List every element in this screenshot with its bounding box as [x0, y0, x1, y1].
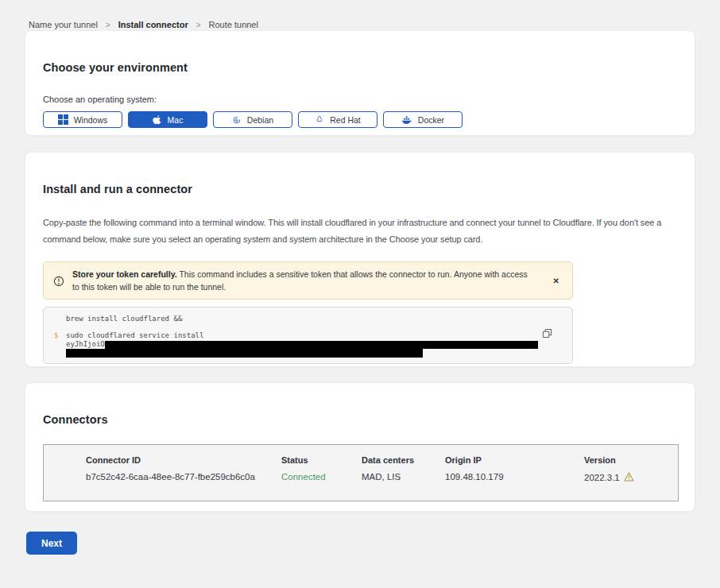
os-select-label: Choose an operating system:: [43, 95, 677, 104]
os-button-redhat[interactable]: Red Hat: [298, 111, 377, 128]
install-command-code-block: brew install cloudflared && $ sudo cloud…: [43, 307, 573, 364]
connectors-card-title: Connectors: [43, 413, 677, 426]
code-line-token: eyJhIjoiO: [66, 340, 538, 349]
token-warning-title: Store your token carefully.: [72, 269, 177, 279]
windows-icon: [58, 114, 68, 125]
redacted-token-bar: [66, 349, 423, 358]
code-line-brew: brew install cloudflared &&: [66, 315, 561, 323]
install-card-title: Install and run a connector: [43, 183, 677, 195]
breadcrumb-separator: >: [106, 21, 110, 29]
copy-icon: [542, 329, 552, 341]
breadcrumb-install-connector[interactable]: Install connector: [118, 20, 188, 29]
breadcrumb-separator: >: [196, 21, 201, 29]
next-button[interactable]: Next: [26, 532, 77, 555]
environment-card-title: Choose your environment: [43, 61, 677, 74]
column-header-origin-ip: Origin IP: [445, 455, 584, 465]
column-header-connector-id: Connector ID: [86, 455, 281, 465]
os-button-label: Docker: [418, 115, 444, 125]
info-circle-icon: [53, 276, 64, 287]
os-button-docker[interactable]: Docker: [383, 111, 463, 128]
install-connector-card: Install and run a connector Copy-paste t…: [25, 152, 695, 367]
breadcrumb: Name your tunnel > Install connector > R…: [0, 0, 720, 30]
redacted-token-bar: [105, 341, 538, 349]
os-button-label: Debian: [247, 115, 273, 125]
code-command-row: $ sudo cloudflared service install eyJhI…: [54, 331, 561, 358]
os-button-windows[interactable]: Windows: [43, 111, 122, 128]
install-card-description: Copy-paste the following command into a …: [43, 215, 679, 248]
redhat-tux-icon: [315, 114, 324, 125]
environment-card: Choose your environment Choose an operat…: [25, 30, 695, 136]
connector-version-value: 2022.3.1: [584, 472, 678, 483]
shell-prompt: $: [54, 331, 59, 358]
copy-command-button[interactable]: [540, 327, 554, 342]
os-button-label: Windows: [74, 115, 108, 125]
token-warning-alert: Store your token carefully. This command…: [43, 261, 573, 300]
breadcrumb-name-your-tunnel[interactable]: Name your tunnel: [29, 20, 98, 29]
connectors-table: Connector ID Status Data centers Origin …: [43, 444, 679, 501]
alert-close-button[interactable]: ✕: [548, 277, 564, 285]
token-prefix: eyJhIjoiO: [66, 340, 105, 349]
column-header-status: Status: [281, 455, 362, 465]
os-button-debian[interactable]: Debian: [213, 111, 292, 128]
docker-whale-icon: [401, 115, 412, 125]
column-header-data-centers: Data centers: [362, 455, 445, 465]
os-button-mac[interactable]: Mac: [128, 111, 207, 128]
token-warning-text: Store your token carefully. This command…: [72, 268, 540, 293]
connector-data-centers-value: MAD, LIS: [362, 472, 445, 483]
connector-id-value: b7c52c42-6caa-48ee-8c77-fbe259cb6c0a: [86, 472, 281, 483]
os-button-label: Red Hat: [330, 115, 361, 125]
breadcrumb-route-tunnel[interactable]: Route tunnel: [209, 20, 258, 29]
connector-status-value: Connected: [281, 472, 362, 483]
connector-origin-ip-value: 109.48.10.179: [445, 472, 584, 483]
os-button-group: Windows Mac Debian Red Hat Docker: [43, 111, 677, 128]
debian-icon: [232, 115, 242, 125]
warning-triangle-icon: [624, 472, 634, 483]
column-header-version: Version: [584, 455, 678, 465]
version-number: 2022.3.1: [584, 473, 620, 482]
code-line-sudo: sudo cloudflared service install: [66, 331, 538, 340]
os-button-label: Mac: [168, 115, 184, 125]
apple-icon: [153, 114, 162, 125]
connectors-card: Connectors Connector ID Status Data cent…: [25, 382, 695, 512]
